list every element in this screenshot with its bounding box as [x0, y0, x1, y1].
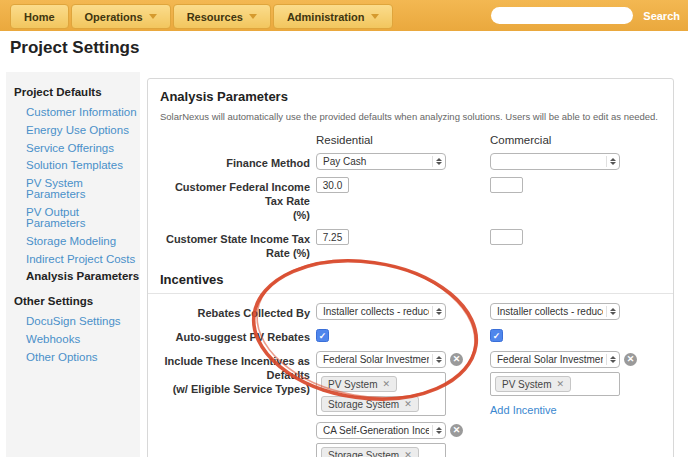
remove-incentive-icon[interactable]: [450, 424, 463, 437]
service-type-tag: PV System: [321, 376, 397, 392]
settings-sidebar: Project Defaults Customer Information En…: [6, 72, 140, 457]
federal-tax-rate-input-commercial[interactable]: [490, 177, 523, 193]
sidebar-item-customer-information[interactable]: Customer Information: [26, 107, 140, 118]
auto-suggest-checkbox-residential[interactable]: [316, 329, 329, 342]
nav-tab-resources-label: Resources: [187, 11, 243, 23]
panel-description: SolarNexus will automatically use the pr…: [160, 111, 661, 122]
sidebar-item-docusign-settings[interactable]: DocuSign Settings: [26, 316, 140, 327]
select-stepper-icon: [432, 354, 442, 365]
top-navbar: Home Operations Resources Administration…: [0, 0, 688, 31]
rebates-collected-by-select-residential[interactable]: Installer collects - reduces contra: [316, 303, 446, 320]
finance-method-select-residential[interactable]: Pay Cash: [316, 153, 446, 170]
analysis-parameters-panel: Analysis Parameters SolarNexus will auto…: [147, 78, 674, 457]
sidebar-item-analysis-parameters[interactable]: Analysis Parameters: [26, 271, 140, 282]
service-types-box-residential-1[interactable]: PV System Storage System: [316, 372, 446, 416]
sidebar-item-indirect-project-costs[interactable]: Indirect Project Costs: [26, 254, 140, 265]
service-type-tag: PV System: [495, 376, 571, 392]
page-title: Project Settings: [10, 38, 139, 58]
federal-tax-rate-input-residential[interactable]: [316, 177, 349, 193]
search-input[interactable]: [491, 7, 633, 24]
state-tax-rate-label: Customer State Income Tax Rate (%): [160, 229, 310, 260]
include-incentives-label: Include These Incentives as Defaults (w/…: [160, 351, 310, 396]
service-type-tag: Storage System: [321, 396, 419, 412]
incentives-residential: Federal Solar Investment Tax Cre PV Syst…: [316, 351, 484, 457]
section-divider: [148, 293, 673, 294]
incentive-select-residential-1[interactable]: Federal Solar Investment Tax Cre: [316, 351, 446, 368]
remove-tag-icon[interactable]: [404, 450, 412, 457]
sidebar-item-solution-templates[interactable]: Solution Templates: [26, 160, 140, 171]
sidebar-item-service-offerings[interactable]: Service Offerings: [26, 143, 140, 154]
chevron-down-icon: [249, 14, 257, 19]
remove-tag-icon[interactable]: [404, 399, 412, 409]
finance-method-label: Finance Method: [160, 153, 310, 170]
sidebar-item-energy-use-options[interactable]: Energy Use Options: [26, 125, 140, 136]
column-header-residential: Residential: [316, 130, 484, 146]
rebates-collected-by-select-commercial[interactable]: Installer collects - reduces contra: [490, 303, 620, 320]
rebates-collected-by-label: Rebates Collected By: [160, 303, 310, 320]
incentives-commercial: Federal Solar Investment Tax Cre PV Syst…: [490, 351, 680, 416]
chevron-down-icon: [371, 14, 379, 19]
nav-tab-home[interactable]: Home: [10, 4, 69, 29]
sidebar-item-webhooks[interactable]: Webhooks: [26, 334, 140, 345]
sidebar-section-project-defaults: Project Defaults: [14, 86, 132, 98]
panel-title: Analysis Parameters: [160, 89, 661, 104]
state-tax-rate-input-commercial[interactable]: [490, 229, 523, 245]
select-stepper-icon: [432, 306, 442, 317]
remove-tag-icon[interactable]: [556, 379, 564, 389]
remove-incentive-icon[interactable]: [450, 353, 463, 366]
service-types-box-commercial-1[interactable]: PV System: [490, 372, 620, 396]
finance-method-select-commercial[interactable]: [490, 153, 620, 170]
sidebar-item-pv-output-parameters[interactable]: PV Output Parameters: [26, 207, 140, 229]
incentives-section-title: Incentives: [160, 272, 661, 293]
federal-tax-rate-label: Customer Federal Income Tax Rate (%): [160, 177, 310, 222]
state-tax-rate-input-residential[interactable]: [316, 229, 349, 245]
incentive-select-commercial-1[interactable]: Federal Solar Investment Tax Cre: [490, 351, 620, 368]
nav-tabs: Home Operations Resources Administration: [10, 4, 393, 31]
nav-tab-administration-label: Administration: [287, 11, 365, 23]
sidebar-item-storage-modeling[interactable]: Storage Modeling: [26, 236, 140, 247]
select-stepper-icon: [432, 156, 442, 167]
remove-incentive-icon[interactable]: [624, 353, 637, 366]
sidebar-section-other-settings: Other Settings: [14, 295, 132, 307]
chevron-down-icon: [149, 14, 157, 19]
nav-tab-administration[interactable]: Administration: [273, 4, 393, 29]
auto-suggest-pv-rebates-label: Auto-suggest PV Rebates: [160, 327, 310, 344]
service-types-box-residential-2[interactable]: Storage System: [316, 443, 446, 457]
service-type-tag: Storage System: [321, 447, 419, 457]
column-header-commercial: Commercial: [490, 130, 680, 146]
search-button[interactable]: Search: [643, 10, 680, 22]
select-stepper-icon: [606, 306, 616, 317]
auto-suggest-checkbox-commercial[interactable]: [490, 329, 503, 342]
select-stepper-icon: [606, 156, 616, 167]
nav-tab-operations[interactable]: Operations: [71, 4, 171, 29]
select-stepper-icon: [432, 425, 442, 436]
nav-tab-operations-label: Operations: [85, 11, 143, 23]
select-stepper-icon: [606, 354, 616, 365]
sidebar-item-pv-system-parameters[interactable]: PV System Parameters: [26, 178, 140, 200]
incentive-select-residential-2[interactable]: CA Self-Generation Incentive Pro: [316, 422, 446, 439]
add-incentive-link-commercial[interactable]: Add Incentive: [490, 404, 680, 416]
sidebar-item-other-options[interactable]: Other Options: [26, 352, 140, 363]
remove-tag-icon[interactable]: [382, 379, 390, 389]
nav-tab-resources[interactable]: Resources: [173, 4, 271, 29]
nav-tab-home-label: Home: [24, 11, 55, 23]
